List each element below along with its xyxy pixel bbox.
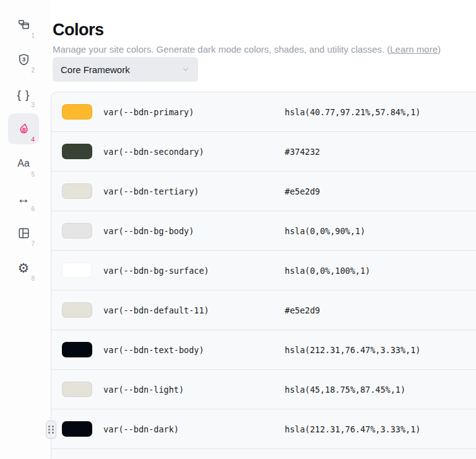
sidebar-item-8-settings[interactable]: ⚙ 8 bbox=[8, 252, 39, 283]
color-value: #e5e2d9 bbox=[285, 186, 320, 196]
color-row[interactable]: var(--bdn-bg-body) hsla(0,0%,90%,1) bbox=[51, 211, 476, 251]
sidebar-item-number: 3 bbox=[31, 102, 35, 108]
color-swatch[interactable] bbox=[62, 382, 92, 397]
color-row-partial[interactable] bbox=[51, 449, 476, 459]
color-row[interactable]: var(--bdn-bg-surface) hsla(0,0%,100%,1) bbox=[51, 251, 476, 291]
sidebar-item-2-css3[interactable]: 3 2 bbox=[8, 44, 39, 75]
color-variable-name: var(--bdn-bg-body) bbox=[103, 226, 285, 236]
color-value: hsla(0,0%,100%,1) bbox=[285, 266, 370, 276]
color-value: hsla(212.31,76.47%,3.33%,1) bbox=[285, 424, 420, 434]
sidebar-item-7-layout[interactable]: 7 bbox=[8, 217, 39, 248]
learn-more-link[interactable]: Learn more bbox=[390, 44, 438, 55]
color-row[interactable]: var(--bdn-dark) hsla(212.31,76.47%,3.33%… bbox=[51, 409, 476, 449]
color-row[interactable]: var(--bdn-tertiary) #e5e2d9 bbox=[51, 172, 476, 211]
color-variable-name: var(--bdn-secondary) bbox=[103, 147, 285, 157]
sidebar-item-6-spacing[interactable]: ↔ 6 bbox=[8, 183, 39, 214]
sidebar-item-4-colors-active[interactable]: 4 bbox=[8, 113, 39, 144]
color-variable-name: var(--bdn-light) bbox=[103, 385, 285, 395]
color-value: #e5e2d9 bbox=[285, 305, 320, 315]
framework-select-value: Core Framework bbox=[61, 64, 130, 75]
color-variable-name: var(--bdn-default-11) bbox=[103, 305, 285, 315]
page-description: Manage your site colors. Generate dark m… bbox=[53, 44, 441, 55]
color-value: hsla(0,0%,90%,1) bbox=[285, 226, 365, 236]
color-value: #374232 bbox=[285, 147, 320, 157]
typography-icon: Aa bbox=[17, 159, 30, 168]
settings-gear-icon: ⚙ bbox=[18, 261, 30, 274]
color-swatch[interactable] bbox=[62, 104, 92, 120]
color-row[interactable]: var(--bdn-primary) hsla(40.77,97.21%,57.… bbox=[51, 92, 476, 132]
css3-shield-icon: 3 bbox=[17, 53, 31, 67]
sidebar-item-number: 7 bbox=[31, 241, 35, 247]
paint-tools-icon bbox=[17, 18, 31, 32]
sidebar-item-3-code-braces[interactable]: { } 3 bbox=[8, 79, 39, 110]
color-swatch[interactable] bbox=[62, 342, 92, 357]
color-variable-name: var(--bdn-bg-surface) bbox=[103, 266, 285, 276]
color-value: hsla(212.31,76.47%,3.33%,1) bbox=[285, 345, 420, 355]
color-row[interactable]: var(--bdn-text-body) hsla(212.31,76.47%,… bbox=[51, 330, 476, 370]
color-swatch[interactable] bbox=[62, 263, 92, 278]
sidebar-item-number: 4 bbox=[31, 137, 35, 143]
icon-sidebar: 1 3 2 { } 3 4 Aa 5 ↔ 6 bbox=[0, 0, 51, 459]
color-variable-name: var(--bdn-dark) bbox=[103, 424, 285, 434]
chevron-down-icon bbox=[181, 65, 190, 74]
panel-drag-handle-icon[interactable] bbox=[46, 421, 56, 439]
color-row[interactable]: var(--bdn-light) hsla(45,18.75%,87.45%,1… bbox=[51, 370, 476, 409]
color-swatch[interactable] bbox=[62, 421, 92, 437]
color-swatch[interactable] bbox=[62, 144, 92, 159]
color-swatch[interactable] bbox=[62, 302, 92, 318]
color-row[interactable]: var(--bdn-secondary) #374232 bbox=[51, 132, 476, 172]
sidebar-item-number: 6 bbox=[31, 206, 35, 212]
color-swatch[interactable] bbox=[62, 183, 92, 199]
color-variable-name: var(--bdn-primary) bbox=[103, 107, 285, 117]
color-row[interactable]: var(--bdn-default-11) #e5e2d9 bbox=[51, 291, 476, 330]
sidebar-item-number: 2 bbox=[31, 68, 35, 74]
spacing-arrow-icon: ↔ bbox=[17, 192, 30, 205]
color-variable-name: var(--bdn-tertiary) bbox=[103, 186, 285, 196]
braces-icon: { } bbox=[17, 89, 30, 100]
svg-text:3: 3 bbox=[22, 56, 25, 63]
framework-select[interactable]: Core Framework bbox=[53, 57, 198, 82]
color-variable-name: var(--bdn-text-body) bbox=[103, 345, 285, 355]
description-suffix: ) bbox=[438, 44, 441, 55]
layout-icon bbox=[17, 226, 31, 240]
description-text: Manage your site colors. Generate dark m… bbox=[53, 44, 390, 55]
color-value: hsla(45,18.75%,87.45%,1) bbox=[285, 385, 405, 395]
sidebar-item-number: 8 bbox=[31, 276, 35, 282]
sidebar-item-1-paint-tools[interactable]: 1 bbox=[8, 9, 39, 40]
sidebar-item-number: 1 bbox=[31, 33, 35, 39]
sidebar-item-number: 5 bbox=[31, 172, 35, 178]
color-swatch[interactable] bbox=[62, 223, 92, 238]
color-droplet-icon bbox=[17, 122, 31, 136]
sidebar-item-5-typography[interactable]: Aa 5 bbox=[8, 148, 39, 179]
page-title: Colors bbox=[53, 20, 104, 40]
colors-panel: var(--bdn-primary) hsla(40.77,97.21%,57.… bbox=[51, 92, 476, 459]
color-value: hsla(40.77,97.21%,57.84%,1) bbox=[285, 107, 420, 117]
